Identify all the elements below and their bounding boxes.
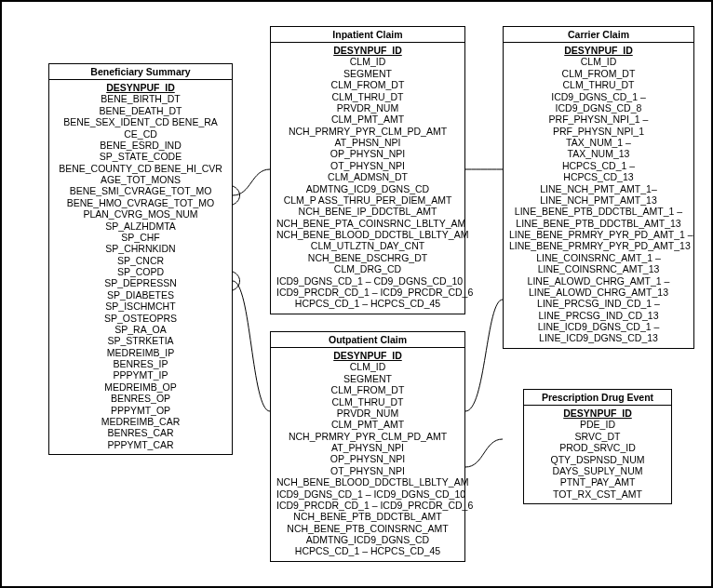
entity-field: BENE_COUNTY_CD BENE_HI_CVR [55, 163, 226, 174]
entity-field: CLM_FROM_DT [509, 68, 688, 79]
entity-fields: DESYNPUF_ID CLM_IDSEGMENTCLM_FROM_DTCLM_… [271, 43, 464, 314]
entity-field: SP_STRKETIA [55, 335, 226, 346]
entity-field: BENRES_CAR [55, 427, 226, 438]
entity-primary-key: DESYNPUF_ID [530, 406, 666, 419]
entity-field: LINE_NCH_PMT_AMT_13 [509, 194, 688, 206]
entity-field: MEDREIMB_CAR [55, 416, 226, 427]
entity-field: SP_CNCR [55, 255, 226, 266]
entity-field: NCH_BENE_PTA_COINSRNC_LBLTY_AM [276, 218, 459, 229]
entity-field: SP_OSTEOPRS [55, 313, 226, 324]
entity-field: OT_PHYSN_NPI [276, 465, 459, 476]
entity-field: SRVC_DT [530, 431, 666, 442]
entity-outpatient-claim: Outpatient Claim DESYNPUF_ID CLM_IDSEGME… [270, 331, 465, 562]
entity-field: CLM_ID [276, 56, 459, 67]
entity-field: BENRES_IP [55, 358, 226, 369]
entity-field: LINE_BENE_PRMRY_PYR_PD_AMT_13 [509, 240, 688, 251]
entity-field: BENRES_OP [55, 393, 226, 404]
entity-field: AT_PHSN_NPI [276, 137, 459, 148]
entity-field: LINE_NCH_PMT_AMT_1– [509, 183, 688, 194]
entity-field: BENE_HMO_CVRAGE_TOT_MO [55, 197, 226, 208]
entity-field: PTNT_PAY_AMT [530, 476, 666, 488]
entity-field: NCH_BENE_IP_DDCTBL_AMT [276, 206, 459, 217]
entity-field: LINE_ICD9_DGNS_CD_13 [509, 332, 688, 343]
field-list: BENE_BIRTH_DTBENE_DEATH_DTBENE_SEX_IDENT… [55, 93, 226, 450]
entity-field: CLM_ID [276, 361, 459, 372]
entity-field: BENE_ESRD_IND [55, 140, 226, 151]
entity-fields: DESYNPUF_ID CLM_IDCLM_FROM_DTCLM_THRU_DT… [504, 43, 693, 348]
entity-field: CLM_ADMSN_DT [276, 171, 459, 182]
entity-prescription-drug-event: Prescription Drug Event DESYNPUF_ID PDE_… [523, 389, 672, 504]
entity-field: PLAN_CVRG_MOS_NUM [55, 208, 226, 220]
entity-field: CLM_PMT_AMT [276, 419, 459, 430]
entity-field: SEGMENT [276, 68, 459, 79]
entity-field: PRF_PHYSN_NPI_1 – [509, 114, 688, 125]
entity-field: SP_COPD [55, 266, 226, 277]
entity-field: PPPYMT_CAR [55, 439, 226, 450]
entity-field: CLM_UTLZTN_DAY_CNT [276, 240, 459, 251]
entity-field: PDE_ID [530, 419, 666, 430]
entity-field: NCH_BENE_BLOOD_DDCTBL_LBLTY_AM [276, 476, 459, 488]
field-list: CLM_IDCLM_FROM_DTCLM_THRU_DTICD9_DGNS_CD… [509, 56, 688, 343]
entity-field: CLM_THRU_DT [276, 396, 459, 408]
entity-field: LINE_PRCSG_IND_CD_13 [509, 310, 688, 321]
entity-field: SP_ALZHDMTA [55, 220, 226, 232]
field-list: CLM_IDSEGMENTCLM_FROM_DTCLM_THRU_DTPRVDR… [276, 361, 459, 556]
er-diagram-canvas: Beneficiary Summary DESYNPUF_ID BENE_BIR… [0, 0, 713, 588]
entity-field: PROD_SRVC_ID [530, 442, 666, 453]
entity-title: Outpatient Claim [271, 332, 464, 348]
entity-field: PRVDR_NUM [276, 408, 459, 419]
entity-field: ICD9_DGNS_CD_1 – [509, 91, 688, 102]
entity-field: SP_ISCHMCHT [55, 301, 226, 312]
entity-field: ADMTNG_ICD9_DGNS_CD [276, 183, 459, 194]
entity-field: LINE_PRCSG_IND_CD_1 – [509, 298, 688, 309]
entity-field: CLM_FROM_DT [276, 79, 459, 90]
entity-field: ICD9_DGNS_CD_1 – CD9_DGNS_CD_10 [276, 275, 459, 287]
entity-field: HCPCS_CD_1 – HCPCS_CD_45 [276, 545, 459, 556]
entity-field: SP_DEPRESSN [55, 277, 226, 288]
entity-field: BENE_SEX_IDENT_CD BENE_RA [55, 116, 226, 127]
entity-field: BENE_DEATH_DT [55, 105, 226, 116]
entity-field: LINE_BENE_PRMRY_PYR_PD_AMT_1 – [509, 229, 688, 240]
entity-primary-key: DESYNPUF_ID [55, 80, 226, 93]
entity-field: ICD9_PRCDR_CD_1 – ICD9_PRCDR_CD_6 [276, 500, 459, 511]
entity-field: NCH_BENE_BLOOD_DDCTBL_LBLTY_AM [276, 229, 459, 240]
entity-field: LINE_BENE_PTB_DDCTBL_AMT_13 [509, 218, 688, 229]
entity-field: MEDREIMB_IP [55, 347, 226, 358]
entity-field: CLM_P ASS_THRU_PER_DIEM_AMT [276, 194, 459, 206]
entity-field: NCH_BENE_PTB_DDCTBL_AMT [276, 511, 459, 522]
entity-field: ICD9_DGNS_CD_8 [509, 102, 688, 114]
entity-field: NCH_BENE_DSCHRG_DT [276, 252, 459, 263]
entity-field: ICD9_DGNS_CD_1 – ICD9_DGNS_CD_10 [276, 488, 459, 500]
entity-field: SP_CHRNKIDN [55, 243, 226, 254]
entity-field: DAYS_SUPLY_NUM [530, 465, 666, 476]
entity-primary-key: DESYNPUF_ID [509, 43, 688, 56]
entity-field: NCH_PRMRY_PYR_CLM_PD_AMT [276, 431, 459, 442]
entity-field: ADMTNG_ICD9_DGNS_CD [276, 534, 459, 545]
entity-title: Prescription Drug Event [524, 390, 671, 406]
entity-field: MEDREIMB_OP [55, 381, 226, 393]
entity-field: AGE_TOT_MONS [55, 174, 226, 185]
entity-field: TAX_NUM_1 – [509, 137, 688, 148]
entity-field: SP_RA_OA [55, 324, 226, 335]
entity-title: Inpatient Claim [271, 27, 464, 43]
field-list: PDE_IDSRVC_DTPROD_SRVC_IDQTY_DSPNSD_NUMD… [530, 419, 666, 500]
entity-fields: DESYNPUF_ID BENE_BIRTH_DTBENE_DEATH_DTBE… [49, 80, 232, 454]
entity-field: CLM_DRG_CD [276, 263, 459, 274]
entity-field: LINE_ICD9_DGNS_CD_1 – [509, 321, 688, 332]
entity-inpatient-claim: Inpatient Claim DESYNPUF_ID CLM_IDSEGMEN… [270, 26, 465, 314]
entity-title: Beneficiary Summary [49, 64, 232, 80]
entity-field: PPPYMT_OP [55, 405, 226, 416]
entity-field: CE_CD [55, 128, 226, 140]
entity-field: QTY_DSPNSD_NUM [530, 454, 666, 465]
entity-field: LINE_ALOWD_CHRG_AMT_1 – [509, 275, 688, 287]
entity-field: PPPYMT_IP [55, 369, 226, 381]
entity-field: HCPCS_CD_13 [509, 171, 688, 182]
entity-field: PRVDR_NUM [276, 102, 459, 114]
entity-field: LINE_ALOWD_CHRG_AMT_13 [509, 287, 688, 298]
entity-fields: DESYNPUF_ID CLM_IDSEGMENTCLM_FROM_DTCLM_… [271, 348, 464, 561]
entity-field: CLM_THRU_DT [509, 79, 688, 90]
entity-field: OP_PHYSN_NPI [276, 148, 459, 159]
entity-fields: DESYNPUF_ID PDE_IDSRVC_DTPROD_SRVC_IDQTY… [524, 406, 671, 503]
entity-field: CLM_THRU_DT [276, 91, 459, 102]
entity-carrier-claim: Carrier Claim DESYNPUF_ID CLM_IDCLM_FROM… [503, 26, 694, 349]
